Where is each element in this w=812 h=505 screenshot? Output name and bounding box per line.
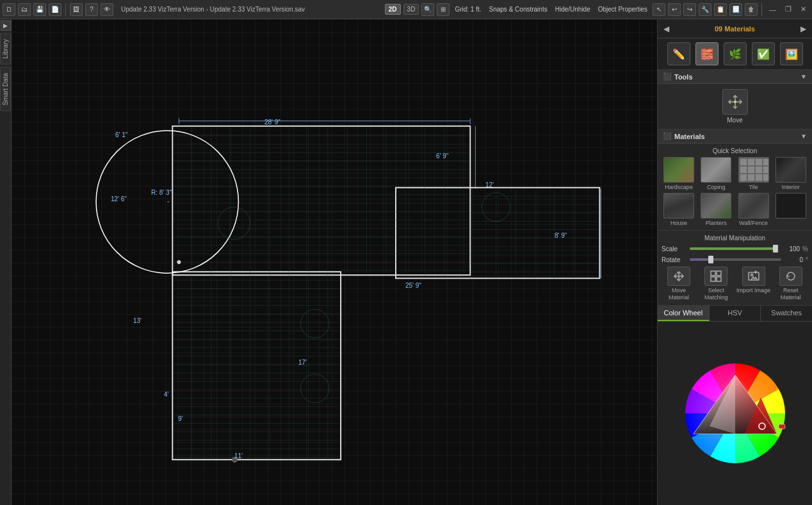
folder-icon[interactable]: 🗂 (18, 3, 31, 16)
panel-icon-row: ✏️ 🧱 🌿 ✅ 🖼️ (658, 38, 812, 70)
materials-content: Quick Selection Hardscape Coping Tile (658, 144, 812, 231)
tools-section-icon: ⬛ (663, 72, 672, 81)
image-icon[interactable]: 🖼 (70, 3, 83, 16)
delete-icon[interactable]: 🗑 (745, 3, 758, 16)
svg-rect-97 (717, 277, 721, 281)
rotate-slider-thumb[interactable] (708, 256, 713, 263)
tab-swatches[interactable]: Swatches (761, 306, 812, 321)
window-minimize-btn[interactable]: — (766, 4, 779, 15)
rotate-unit: ° (806, 256, 808, 263)
mat-cell-hardscape[interactable]: Hardscape (662, 157, 696, 190)
mat-label-planters: Planters (706, 220, 727, 226)
scale-value: 100 (781, 245, 800, 252)
measurement-12ft: 12' (485, 181, 494, 188)
tab-color-wheel[interactable]: Color Wheel (658, 306, 710, 321)
mat-thumb-tile[interactable] (738, 157, 769, 183)
rotate-label: Rotate (662, 256, 687, 263)
import-image-btn[interactable]: Import Image (736, 267, 771, 301)
mat-cell-coping[interactable]: Coping (699, 157, 733, 190)
sidebar-item-smart-data[interactable]: Smart Data (0, 67, 11, 112)
mat-thumb-house[interactable] (663, 193, 694, 219)
scale-slider-thumb[interactable] (773, 245, 778, 252)
measurement-6-9: 6' 9" (436, 153, 448, 160)
scale-slider[interactable] (690, 244, 778, 253)
view-icon[interactable]: 👁 (101, 3, 113, 16)
scale-slider-fill (690, 247, 778, 250)
pencil-icon-btn[interactable]: ✏️ (667, 42, 690, 65)
check-icon-btn[interactable]: ✅ (752, 42, 775, 65)
mat-thumb-planters[interactable] (701, 193, 731, 219)
copy-icon[interactable]: 📋 (714, 3, 727, 16)
svg-rect-96 (711, 277, 715, 281)
mat-thumb-coping[interactable] (701, 157, 731, 183)
nav-next-btn[interactable]: ▶ (799, 24, 808, 33)
mat-cell-tile[interactable]: Tile (736, 157, 771, 190)
svg-rect-1 (396, 188, 599, 278)
canvas-area[interactable]: 28' 9" 12' 6' 1" 6' 9" 12' 6" R: 8' 3" 8… (12, 19, 657, 505)
rotate-slider[interactable] (690, 255, 781, 264)
measurement-radius: R: 8' 3" (151, 189, 172, 196)
save-icon[interactable]: 💾 (33, 3, 46, 16)
scale-row: Scale 100 % (662, 244, 808, 253)
svg-point-99 (751, 274, 752, 276)
measurement-17ft: 17' (298, 359, 307, 366)
svg-rect-94 (711, 271, 715, 276)
mat-thumb-interior[interactable] (775, 157, 806, 183)
sep1 (65, 3, 66, 16)
btn-3d[interactable]: 3D (403, 4, 419, 15)
select-matching-btn[interactable]: Select Matching (699, 267, 733, 301)
rotate-value: 0 (784, 256, 803, 263)
measurement-4ft: 4' (164, 391, 168, 398)
scale-unit: % (802, 245, 808, 252)
tab-hsv[interactable]: HSV (710, 306, 761, 321)
mat-cell-planters[interactable]: Planters (699, 193, 733, 226)
nav-prev-btn[interactable]: ◀ (662, 24, 670, 33)
zoom-icon[interactable]: 🔍 (421, 3, 434, 16)
snaps-btn[interactable]: Snaps & Constraints (487, 4, 550, 14)
redo-icon[interactable]: ↪ (683, 3, 696, 16)
hide-unhide-btn[interactable]: Hide/Unhide (553, 4, 593, 14)
plant-icon-btn[interactable]: 🌿 (724, 42, 747, 65)
tools-icon[interactable]: 🔧 (699, 3, 711, 16)
move-tool-label: Move (727, 117, 742, 124)
materials-section-icon: ⬛ (663, 132, 672, 140)
undo-icon[interactable]: ↩ (668, 3, 681, 16)
btn-2d[interactable]: 2D (385, 4, 401, 15)
color-wheel-area (658, 322, 812, 505)
reset-material-btn[interactable]: Reset Material (774, 267, 808, 301)
svg-point-88 (300, 310, 329, 338)
materials-icon-btn[interactable]: 🧱 (695, 42, 719, 65)
color-wheel-container[interactable] (684, 362, 786, 465)
window-close-btn[interactable]: ✕ (797, 4, 809, 15)
save-as-icon[interactable]: 📄 (49, 3, 61, 16)
window-restore-btn[interactable]: ❐ (782, 4, 795, 15)
frame-icon[interactable]: ⊞ (437, 3, 450, 16)
mat-thumb-hardscape[interactable] (663, 157, 694, 183)
mat-thumb-wallfence[interactable] (738, 193, 769, 219)
object-properties-btn[interactable]: Object Properties (596, 4, 650, 14)
paste-icon[interactable]: 📃 (729, 3, 742, 16)
move-tool[interactable]: Move (722, 89, 748, 124)
tools-section-header[interactable]: ⬛ Tools ▼ (658, 70, 812, 84)
sidebar-item-library[interactable]: Library (0, 33, 11, 65)
move-material-btn[interactable]: Move Material (662, 267, 696, 301)
material-manipulation-section: Material Manipulation Scale 100 % Rotate (658, 231, 812, 306)
mat-cell-house[interactable]: House (662, 193, 696, 226)
new-icon[interactable]: 🗋 (3, 3, 15, 16)
mat-cell-wallfence[interactable]: Wall/Fence (736, 193, 771, 226)
rotate-row: Rotate 0 ° (662, 255, 808, 264)
help-icon[interactable]: ? (85, 3, 98, 16)
rotate-slider-fill (690, 258, 708, 261)
cursor-icon[interactable]: ↖ (653, 3, 665, 16)
materials-section-header[interactable]: ⬛ Materials ▼ (658, 129, 812, 144)
move-tool-icon[interactable] (722, 89, 748, 115)
left-sidebar: ▶ Library Smart Data (0, 19, 12, 505)
photo-icon-btn[interactable]: 🖼️ (780, 42, 803, 65)
grid-btn[interactable]: Grid: 1 ft. (452, 4, 483, 14)
color-wheel-svg[interactable] (684, 362, 786, 465)
materials-grid: Hardscape Coping Tile Interior Hous (662, 157, 808, 226)
materials-collapse-arrow: ▼ (800, 133, 807, 140)
measurement-8-9: 8' 9" (555, 232, 567, 239)
mat-cell-interior[interactable]: Interior (774, 157, 808, 190)
expand-left-btn[interactable]: ▶ (1, 21, 11, 31)
